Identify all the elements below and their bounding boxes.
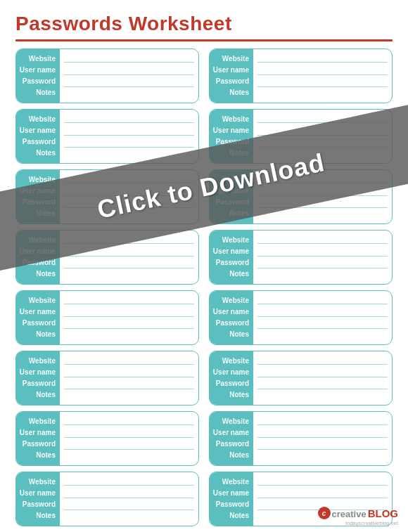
card-input-line	[64, 137, 194, 148]
card-label-col: WebsiteUser namePasswordNotes	[210, 110, 253, 163]
card-input-line	[64, 512, 194, 523]
card-input-line	[64, 173, 194, 183]
card-field-label: Website	[212, 476, 249, 488]
card-field-label: Password	[212, 318, 249, 329]
card-input-line	[64, 246, 194, 257]
card-field-label: Website	[212, 356, 249, 367]
password-card: WebsiteUser namePasswordNotes	[209, 48, 393, 103]
card-lines-col	[60, 412, 198, 465]
card-field-label: Notes	[19, 389, 56, 401]
card-input-line	[64, 125, 194, 136]
card-field-label: Website	[212, 53, 249, 65]
card-field-label: Password	[212, 257, 249, 268]
card-input-line	[64, 197, 194, 208]
card-lines-col	[253, 170, 392, 223]
password-card: WebsiteUser namePasswordNotes	[209, 411, 393, 466]
card-input-line	[257, 112, 388, 123]
password-card: WebsiteUser namePasswordNotes	[209, 351, 393, 406]
password-card: WebsiteUser namePasswordNotes	[15, 411, 199, 466]
card-input-line	[64, 452, 194, 462]
card-input-line	[64, 367, 194, 377]
card-input-line	[64, 89, 194, 100]
card-input-line	[257, 52, 388, 63]
card-field-label: User name	[212, 488, 249, 499]
card-label-col: WebsiteUser namePasswordNotes	[16, 110, 60, 163]
card-input-line	[64, 233, 194, 244]
card-field-label: Website	[19, 174, 56, 186]
card-field-label: User name	[212, 65, 249, 76]
card-field-label: Notes	[212, 87, 249, 98]
page: Passwords Worksheet WebsiteUser namePass…	[0, 0, 408, 532]
card-input-line	[257, 125, 388, 136]
card-input-line	[64, 500, 194, 510]
card-input-line	[64, 150, 194, 160]
brand-text: creative BLOG	[332, 507, 399, 519]
card-input-line	[257, 186, 388, 196]
card-field-label: Password	[212, 197, 249, 208]
card-field-label: User name	[212, 427, 249, 439]
card-field-label: User name	[212, 367, 249, 378]
card-field-label: Password	[212, 378, 249, 389]
card-input-line	[257, 233, 388, 244]
brand-icon: c	[318, 507, 331, 519]
card-field-label: Website	[19, 235, 56, 246]
card-field-label: Notes	[212, 268, 249, 280]
card-input-line	[257, 331, 388, 342]
card-field-label: Website	[212, 174, 249, 186]
card-field-label: Notes	[212, 329, 249, 340]
card-field-label: User name	[19, 488, 56, 499]
card-lines-col	[60, 170, 198, 223]
card-field-label: Notes	[19, 87, 56, 98]
card-input-line	[257, 294, 388, 304]
password-card: WebsiteUser namePasswordNotes	[15, 48, 199, 103]
card-input-line	[257, 354, 388, 365]
card-input-line	[64, 77, 194, 87]
card-field-label: Website	[212, 114, 249, 125]
card-field-label: Notes	[212, 450, 249, 461]
card-input-line	[257, 318, 388, 329]
card-field-label: User name	[19, 367, 56, 378]
card-field-label: Website	[19, 476, 56, 488]
card-input-line	[257, 246, 388, 257]
card-field-label: User name	[19, 125, 56, 136]
card-field-label: Password	[212, 136, 249, 148]
card-input-line	[257, 173, 388, 183]
card-label-col: WebsiteUser namePasswordNotes	[16, 231, 60, 284]
card-label-col: WebsiteUser namePasswordNotes	[210, 231, 253, 284]
card-field-label: Password	[19, 378, 56, 389]
card-field-label: Password	[212, 439, 249, 450]
card-input-line	[257, 65, 388, 75]
card-input-line	[257, 271, 388, 281]
card-field-label: Website	[19, 416, 56, 427]
card-label-col: WebsiteUser namePasswordNotes	[16, 472, 60, 526]
card-input-line	[64, 210, 194, 221]
password-card: WebsiteUser namePasswordNotes	[15, 472, 199, 526]
card-lines-col	[60, 291, 198, 344]
card-input-line	[64, 354, 194, 365]
password-card: WebsiteUser namePasswordNotes	[15, 109, 199, 164]
card-field-label: User name	[19, 427, 56, 439]
card-input-line	[257, 258, 388, 268]
card-input-line	[257, 427, 388, 438]
card-lines-col	[253, 351, 392, 405]
card-lines-col	[60, 49, 198, 103]
card-input-line	[257, 197, 388, 208]
password-card: WebsiteUser namePasswordNotes	[15, 230, 199, 285]
card-lines-col	[253, 412, 392, 465]
card-input-line	[257, 77, 388, 87]
card-field-label: User name	[212, 186, 249, 197]
card-input-line	[64, 294, 194, 304]
card-input-line	[64, 475, 194, 486]
card-input-line	[64, 186, 194, 196]
card-label-col: WebsiteUser namePasswordNotes	[210, 351, 253, 405]
card-field-label: Notes	[212, 510, 249, 521]
card-label-col: WebsiteUser namePasswordNotes	[16, 291, 60, 344]
card-input-line	[257, 452, 388, 462]
card-field-label: Password	[19, 197, 56, 208]
password-card: WebsiteUser namePasswordNotes	[209, 169, 393, 224]
card-input-line	[257, 210, 388, 221]
card-input-line	[257, 306, 388, 317]
card-input-line	[257, 367, 388, 377]
card-input-line	[257, 379, 388, 389]
card-input-line	[64, 318, 194, 329]
